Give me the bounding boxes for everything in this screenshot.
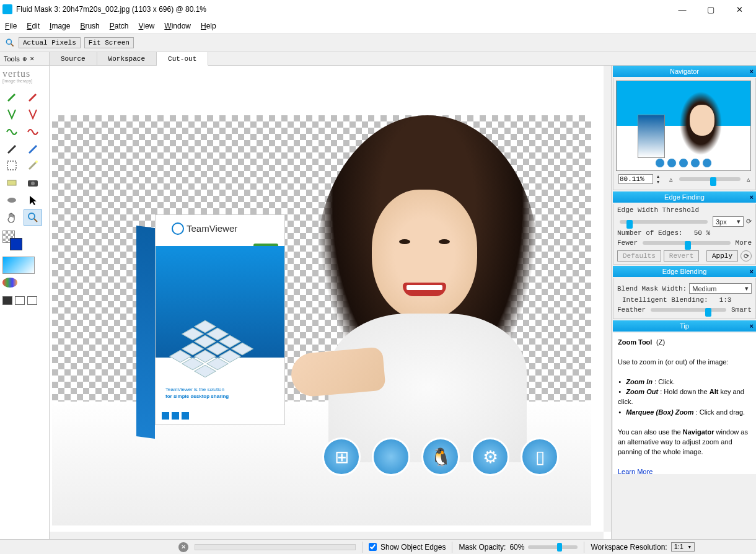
menu-patch[interactable]: Patch	[110, 22, 129, 30]
fit-screen-button[interactable]: Fit Screen	[84, 37, 134, 48]
navigator-header: Navigator×	[613, 66, 756, 77]
learn-more-link[interactable]: Learn More	[618, 468, 653, 474]
menu-file[interactable]: File	[5, 22, 17, 30]
status-cancel-icon[interactable]: ✕	[178, 542, 188, 552]
zoom-out-icon[interactable]: ▵	[669, 175, 673, 183]
blend-slider[interactable]	[651, 308, 726, 312]
tab-cutout[interactable]: Cut-out	[157, 52, 208, 66]
mask-opacity-value: 60%	[509, 543, 524, 552]
menu-help[interactable]: Help	[201, 22, 216, 30]
frame-btn-2[interactable]	[15, 296, 25, 305]
green-pick-tool[interactable]	[2, 105, 21, 121]
menu-window[interactable]: Window	[164, 22, 191, 30]
navigator-close-icon[interactable]: ×	[750, 68, 754, 75]
patch-tool[interactable]	[2, 175, 21, 191]
pushpin-icon[interactable]: ⊕	[22, 56, 27, 62]
actual-pixels-button[interactable]: Actual Pixels	[19, 37, 81, 48]
blue-pen-tool[interactable]	[24, 140, 42, 156]
tools-panel: vertus [image therapy]	[0, 66, 50, 539]
zoom-slider[interactable]	[679, 177, 741, 181]
zoom-input[interactable]	[618, 174, 653, 184]
statusbar: ✕ Show Object Edges Mask Opacity: 60% Wo…	[0, 539, 756, 554]
red-pick-tool[interactable]	[24, 105, 42, 121]
hand-tool[interactable]	[2, 209, 21, 226]
edge-width-select[interactable]: 3px▾	[713, 216, 744, 227]
green-brush-tool[interactable]	[2, 88, 21, 104]
defaults-button[interactable]: Defaults	[617, 250, 661, 262]
intelligent-blending-value: 1:3	[719, 296, 732, 304]
pointer-tool[interactable]	[24, 192, 42, 208]
right-panels: Navigator× ▴▾ ▵ ▵ Edge Finding× Edge Wid…	[611, 66, 756, 539]
svg-line-9	[34, 219, 37, 222]
apply-button[interactable]: Apply	[706, 250, 738, 262]
edge-width-label: Edge Width Threshold	[617, 206, 752, 214]
progress-bar	[195, 544, 356, 550]
intelligent-blending-label: Intelligent Blending:	[622, 296, 708, 304]
edge-blending-close-icon[interactable]: ×	[750, 268, 754, 275]
close-tools-icon[interactable]: ✕	[30, 56, 35, 62]
pen-tool[interactable]	[2, 140, 21, 156]
close-button[interactable]: ✕	[725, 0, 754, 19]
mask-opacity-label: Mask Opacity:	[459, 543, 506, 552]
mask-opacity-slider[interactable]	[528, 545, 578, 549]
apply-refresh-icon[interactable]: ⟳	[741, 250, 752, 262]
color-swatches[interactable]	[2, 231, 27, 253]
show-object-edges-label: Show Object Edges	[380, 543, 446, 552]
fewer-label: Fewer	[617, 239, 638, 247]
workspace-resolution-select[interactable]: 1:1 ▾	[671, 542, 695, 552]
blend-mask-width-select[interactable]: Medium▾	[689, 283, 752, 294]
palette-icon[interactable]	[2, 278, 17, 288]
tab-workspace[interactable]: Workspace	[97, 52, 157, 65]
doc-tabs: Tools ⊕ ✕ Source Workspace Cut-out	[0, 52, 756, 66]
magnify-icon[interactable]	[5, 38, 15, 48]
mobile-icon: ▯	[521, 437, 559, 476]
svg-point-0	[6, 39, 11, 44]
svg-rect-2	[7, 161, 16, 170]
wand-tool[interactable]	[24, 157, 42, 174]
edge-finding-close-icon[interactable]: ×	[750, 193, 754, 201]
minimize-button[interactable]: —	[668, 0, 697, 19]
person-cutout	[291, 115, 558, 456]
image-thumbnail[interactable]	[2, 257, 35, 274]
camera-tool[interactable]	[24, 175, 42, 191]
vertical-scrollbar[interactable]	[604, 66, 611, 532]
svg-point-7	[7, 198, 16, 203]
maximize-button[interactable]: ▢	[697, 0, 725, 19]
edge-finding-header: Edge Finding×	[613, 191, 756, 203]
tools-label: Tools	[4, 55, 20, 63]
titlebar: Fluid Mask 3: 20h47m20s_002.jpg (1103 x …	[0, 0, 756, 19]
zoom-tool[interactable]	[24, 209, 42, 226]
menu-brush[interactable]: Brush	[80, 22, 99, 30]
tip-header: Tip×	[613, 320, 756, 332]
revert-button[interactable]: Revert	[664, 250, 700, 262]
mouse-tool[interactable]	[2, 192, 21, 208]
show-object-edges-checkbox[interactable]	[369, 543, 377, 551]
toolbar: Actual Pixels Fit Screen	[0, 33, 756, 52]
green-wave-tool[interactable]	[2, 123, 21, 139]
zoom-in-icon[interactable]: ▵	[747, 175, 750, 183]
tools-panel-header: Tools ⊕ ✕	[0, 52, 50, 65]
red-wave-tool[interactable]	[24, 123, 42, 139]
frame-btn-3[interactable]	[27, 296, 37, 305]
menu-image[interactable]: Image	[50, 22, 70, 30]
canvas[interactable]: TeamViewer TeamViewer is t	[50, 66, 611, 539]
brand-sub: [image therapy]	[2, 79, 46, 83]
tip-close-icon[interactable]: ×	[750, 322, 754, 330]
menu-view[interactable]: View	[139, 22, 155, 30]
num-edges-slider[interactable]	[643, 241, 731, 245]
zoom-spinner[interactable]: ▴▾	[657, 174, 666, 185]
edge-width-refresh-icon[interactable]: ⟳	[746, 218, 752, 226]
workspace-resolution-label: Workspace Resolution:	[591, 543, 667, 552]
apple-icon	[372, 437, 410, 476]
blend-mask-width-label: Blend Mask Width:	[617, 285, 687, 292]
navigator-thumbnail[interactable]	[616, 81, 751, 171]
horizontal-scrollbar[interactable]	[50, 532, 604, 539]
tab-source[interactable]: Source	[50, 52, 97, 65]
menu-edit[interactable]: Edit	[27, 22, 40, 30]
edge-width-slider[interactable]	[620, 220, 708, 224]
svg-point-8	[29, 213, 35, 219]
frame-btn-1[interactable]	[2, 296, 12, 305]
marquee-tool[interactable]	[2, 157, 21, 174]
red-brush-tool[interactable]	[24, 88, 42, 104]
svg-rect-4	[7, 180, 16, 185]
